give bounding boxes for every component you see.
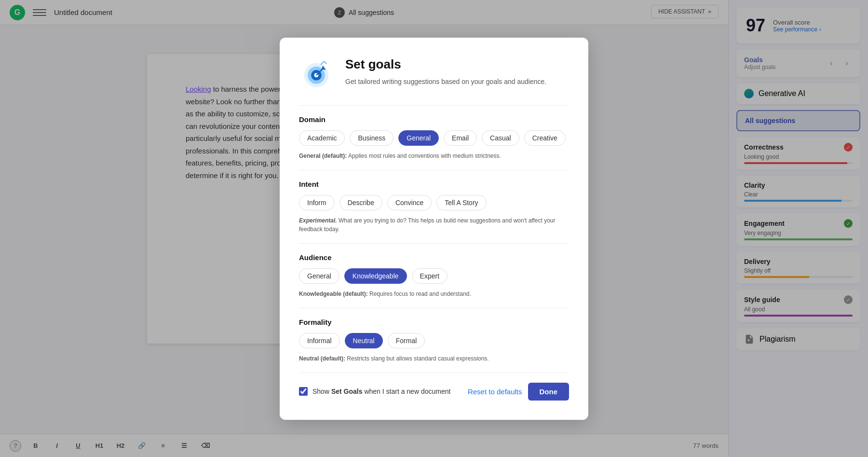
domain-label: Domain: [299, 115, 569, 124]
audience-hint: Knowledgeable (default): Requires focus …: [299, 290, 569, 298]
show-goals-label: Show Set Goals when I start a new docume…: [312, 388, 450, 395]
svg-line-6: [321, 61, 324, 65]
target-icon: [299, 57, 334, 92]
audience-expert-pill[interactable]: Expert: [412, 268, 448, 284]
modal-subtitle: Get tailored writing suggestions based o…: [345, 77, 546, 87]
intent-describe-pill[interactable]: Describe: [339, 195, 382, 210]
audience-section: Audience General Knowledgeable Expert Kn…: [299, 243, 569, 308]
modal-overlay: Set goals Get tailored writing suggestio…: [0, 0, 868, 457]
audience-knowledgeable-pill[interactable]: Knowledgeable: [344, 268, 407, 284]
domain-hint: General (default): Applies most rules an…: [299, 152, 569, 160]
intent-inform-pill[interactable]: Inform: [299, 195, 335, 210]
formality-informal-pill[interactable]: Informal: [299, 333, 340, 348]
domain-pill-group: Academic Business General Email Casual C…: [299, 130, 569, 146]
modal-footer: Show Set Goals when I start a new docume…: [299, 373, 569, 401]
formality-section: Formality Informal Neutral Formal Neutra…: [299, 308, 569, 373]
audience-label: Audience: [299, 253, 569, 262]
formality-formal-pill[interactable]: Formal: [388, 333, 425, 348]
formality-label: Formality: [299, 318, 569, 326]
show-goals-checkbox-row: Show Set Goals when I start a new docume…: [299, 387, 450, 396]
formality-neutral-pill[interactable]: Neutral: [345, 333, 383, 348]
domain-casual-pill[interactable]: Casual: [482, 130, 519, 146]
domain-academic-pill[interactable]: Academic: [299, 130, 345, 146]
intent-tell-a-story-pill[interactable]: Tell A Story: [436, 195, 486, 210]
done-button[interactable]: Done: [528, 383, 570, 401]
domain-section: Domain Academic Business General Email C…: [299, 105, 569, 170]
formality-hint: Neutral (default): Restricts slang but a…: [299, 354, 569, 363]
formality-pill-group: Informal Neutral Formal: [299, 333, 569, 348]
domain-general-pill[interactable]: General: [398, 130, 439, 146]
intent-section: Intent Inform Describe Convince Tell A S…: [299, 170, 569, 243]
set-goals-modal: Set goals Get tailored writing suggestio…: [280, 38, 588, 420]
modal-title: Set goals: [345, 57, 546, 72]
show-goals-checkbox[interactable]: [299, 387, 308, 396]
domain-creative-pill[interactable]: Creative: [524, 130, 566, 146]
modal-header: Set goals Get tailored writing suggestio…: [299, 57, 569, 92]
intent-convince-pill[interactable]: Convince: [387, 195, 432, 210]
reset-to-defaults-button[interactable]: Reset to defaults: [468, 388, 522, 396]
audience-general-pill[interactable]: General: [299, 268, 339, 284]
intent-label: Intent: [299, 180, 569, 188]
domain-email-pill[interactable]: Email: [444, 130, 477, 146]
intent-pill-group: Inform Describe Convince Tell A Story: [299, 195, 569, 210]
svg-line-7: [324, 61, 326, 64]
footer-actions: Reset to defaults Done: [468, 383, 569, 401]
domain-business-pill[interactable]: Business: [350, 130, 393, 146]
audience-pill-group: General Knowledgeable Expert: [299, 268, 569, 284]
intent-hint: Experimental. What are you trying to do?…: [299, 216, 569, 234]
